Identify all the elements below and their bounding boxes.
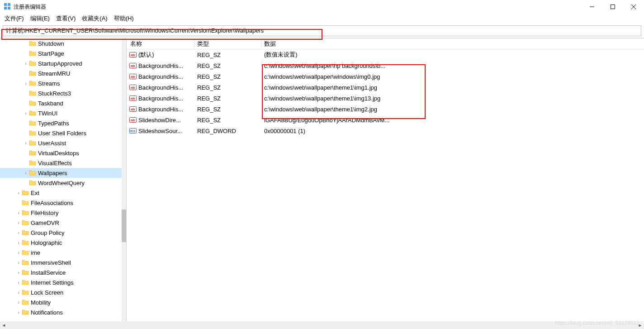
expand-chevron-icon[interactable]: › [15,280,22,285]
svg-text:ab: ab [131,64,135,68]
value-row[interactable]: abSlideshowDire...REG_SZlGAFA8BUg/E0gouO… [127,114,644,125]
folder-icon [22,229,29,236]
value-name: SlideshowDire... [138,117,181,124]
tree-item-typedpaths[interactable]: ›TypedPaths [0,118,122,128]
string-value-icon: ab [129,51,137,58]
value-row[interactable]: abBackgroundHis...REG_SZc:\windows\web\w… [127,82,644,93]
string-value-icon: ab [129,73,137,80]
tree-item-label: Notifications [31,309,63,316]
tree-item-gamedvr[interactable]: ›GameDVR [0,218,122,228]
folder-icon [29,149,36,157]
menu-file[interactable]: 文件(F) [5,14,24,23]
folder-icon [29,119,36,127]
titlebar: 注册表编辑器 [0,0,644,14]
value-row[interactable]: 011SlideshowSour...REG_DWORD0x00000001 (… [127,125,644,136]
expand-chevron-icon[interactable]: › [15,240,22,245]
menu-view[interactable]: 查看(V) [56,14,76,23]
column-header-type[interactable]: 类型 [194,38,261,49]
scroll-left-arrow[interactable]: ◄ [0,321,8,329]
tree-item-streammru[interactable]: ›StreamMRU [0,68,122,78]
menu-favorites[interactable]: 收藏夹(A) [82,14,107,23]
expand-chevron-icon[interactable]: › [15,250,22,255]
maximize-button[interactable] [602,0,623,14]
folder-icon [29,169,36,176]
tree-item-visualeffects[interactable]: ›VisualEffects [0,158,122,168]
expand-chevron-icon[interactable]: › [15,310,22,315]
minimize-button[interactable] [582,0,602,14]
tree-item-mobility[interactable]: ›Mobility [0,297,122,307]
column-header-data[interactable]: 数据 [261,38,644,49]
svg-rect-1 [8,3,10,6]
expand-chevron-icon[interactable]: › [15,210,22,215]
folder-icon [29,129,36,137]
expand-chevron-icon[interactable]: › [15,220,22,225]
menu-help[interactable]: 帮助(H) [114,14,134,23]
expand-chevron-icon[interactable]: › [23,171,29,176]
expand-chevron-icon[interactable]: › [15,300,22,305]
expand-chevron-icon[interactable]: › [23,141,29,146]
expand-chevron-icon[interactable]: › [15,191,22,195]
tree-item-shutdown[interactable]: ›Shutdown [0,38,122,48]
tree-item-startupapproved[interactable]: ›StartupApproved [0,58,122,68]
tree-item-label: Streams [38,80,60,87]
expand-chevron-icon[interactable]: › [15,230,22,235]
folder-icon [22,249,29,256]
expand-chevron-icon[interactable]: › [23,61,29,66]
folder-icon [29,139,36,147]
tree-item-ime[interactable]: ›ime [0,248,122,257]
tree-item-taskband[interactable]: ›Taskband [0,98,122,108]
tree-item-label: ime [31,249,40,256]
expand-chevron-icon[interactable]: › [15,290,22,295]
value-name: BackgroundHis... [138,62,183,69]
expand-chevron-icon[interactable]: › [23,81,29,86]
tree-item-installservice[interactable]: ›InstallService [0,267,122,277]
tree-item-wordwheelquery[interactable]: ›WordWheelQuery [0,178,122,188]
tree-item-ext[interactable]: ›Ext [0,188,122,198]
tree-item-startpage[interactable]: ›StartPage [0,48,122,58]
tree-item-immersiveshell[interactable]: ›ImmersiveShell [0,257,122,267]
folder-icon [22,239,29,246]
value-name: BackgroundHis... [138,84,183,91]
string-value-icon: ab [129,116,137,124]
value-row[interactable]: abBackgroundHis...REG_SZc:\windows\web\w… [127,71,644,82]
tree-item-label: VirtualDesktops [38,150,79,157]
tree-item-group-policy[interactable]: ›Group Policy [0,228,122,238]
folder-icon [29,60,36,67]
value-row[interactable]: abBackgroundHis...REG_SZc:\windows\web\w… [127,93,644,104]
tree-item-internet-settings[interactable]: ›Internet Settings [0,277,122,287]
scroll-track[interactable] [8,321,636,329]
menubar: 文件(F) 编辑(E) 查看(V) 收藏夹(A) 帮助(H) [0,14,644,24]
value-row[interactable]: ab(默认)REG_SZ(数值未设置) [127,49,644,60]
tree-item-filehistory[interactable]: ›FileHistory [0,208,122,218]
expand-chevron-icon[interactable]: › [15,260,22,265]
value-data: c:\windows\web\wallpaper\hp backgrounds\… [261,62,644,69]
tree-item-fileassociations[interactable]: ›FileAssociations [0,198,122,208]
tree-item-streams[interactable]: ›Streams [0,78,122,88]
scrollbar-thumb[interactable] [122,210,126,242]
value-row[interactable]: abBackgroundHis...REG_SZc:\windows\web\w… [127,104,644,114]
scroll-right-arrow[interactable]: ► [636,321,644,329]
window-controls [582,0,644,14]
address-bar[interactable]: 计算机\HKEY_CURRENT_USER\Software\Microsoft… [3,25,641,36]
tree-item-stuckrects3[interactable]: ›StuckRects3 [0,88,122,98]
tree-item-holographic[interactable]: ›Holographic [0,238,122,248]
tree-item-label: FileHistory [31,210,58,216]
tree-item-user-shell-folders[interactable]: ›User Shell Folders [0,128,122,138]
tree-item-twinui[interactable]: ›TWinUI [0,108,122,118]
tree-item-userassist[interactable]: ›UserAssist [0,138,122,148]
tree-item-virtualdesktops[interactable]: ›VirtualDesktops [0,148,122,158]
close-button[interactable] [623,0,644,14]
list-header: 名称 类型 数据 [127,38,644,49]
menu-edit[interactable]: 编辑(E) [30,14,50,23]
tree-item-wallpapers[interactable]: ›Wallpapers [0,168,122,178]
tree-scrollbar[interactable] [122,38,126,321]
column-header-name[interactable]: 名称 [127,38,194,49]
value-row[interactable]: abBackgroundHis...REG_SZc:\windows\web\w… [127,60,644,71]
expand-chevron-icon[interactable]: › [15,270,22,275]
expand-chevron-icon[interactable]: › [23,111,29,116]
tree-item-lock-screen[interactable]: ›Lock Screen [0,287,122,297]
svg-text:011: 011 [130,129,136,133]
tree-item-notifications[interactable]: ›Notifications [0,307,122,317]
horizontal-scrollbar[interactable]: ◄ ► [0,321,644,329]
folder-icon [29,179,36,186]
